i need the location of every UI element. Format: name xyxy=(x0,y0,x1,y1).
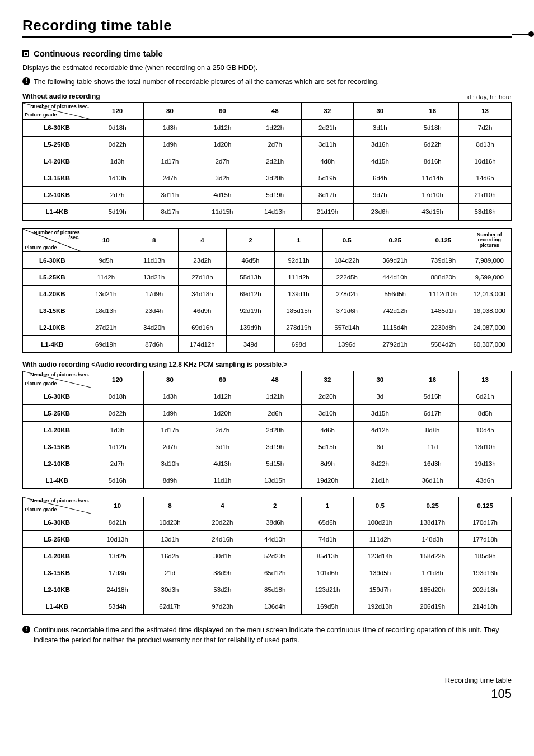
table-cell: 87d6h xyxy=(130,336,178,353)
table-cell: 1485d1h xyxy=(419,302,467,319)
table-cell: 65d6h xyxy=(301,514,354,531)
col-header: 16 xyxy=(406,102,459,119)
table-cell: 27d21h xyxy=(82,319,130,336)
table-cell: 23d2h xyxy=(178,252,226,269)
table-cell: 2d7h xyxy=(249,136,301,153)
table-cell: 19d20h xyxy=(301,472,354,489)
row-header: L6-30KB xyxy=(23,119,91,136)
table-cell: 123d21h xyxy=(301,581,354,598)
table-cell: 111d2h xyxy=(354,531,406,548)
table-cell: 10d16h xyxy=(459,153,512,170)
table-cell: 5d16h xyxy=(91,472,144,489)
table-cell: 34d20h xyxy=(130,319,178,336)
diagonal-header: Number of pictures /sec.Picture grade xyxy=(23,371,91,388)
table-cell: 185d20h xyxy=(406,581,459,598)
table-cell: 193d16h xyxy=(459,564,512,581)
col-header: 30 xyxy=(354,371,406,388)
table-cell: 14d13h xyxy=(249,203,301,220)
section-title: Continuous recording time table xyxy=(34,49,163,58)
table-cell: 1d12h xyxy=(91,438,144,455)
table-cell: 97d23h xyxy=(196,598,249,615)
table-cell: 100d21h xyxy=(354,514,406,531)
table-cell-extra: 12,013,000 xyxy=(467,286,512,302)
table-cell: 6d21h xyxy=(459,388,512,405)
row-header: L5-25KB xyxy=(23,269,82,286)
table-cell: 3d20h xyxy=(249,170,301,186)
table-cell: 21d1h xyxy=(354,472,406,489)
table-cell: 185d15h xyxy=(275,302,323,319)
col-header: 13 xyxy=(459,371,512,388)
col-header: 32 xyxy=(301,102,354,119)
table-cell: 3d1h xyxy=(354,119,406,136)
table-cell: 2d7h xyxy=(144,170,196,186)
diagonal-header: Number of pictures /sec.Picture grade xyxy=(23,497,91,514)
col-header: 4 xyxy=(196,497,249,514)
col-header: 13 xyxy=(459,102,512,119)
table-cell: 1d20h xyxy=(196,136,249,153)
table-cell-extra: 9,599,000 xyxy=(467,269,512,286)
table-cell: 92d11h xyxy=(275,252,323,269)
table-cell: 17d10h xyxy=(406,186,459,203)
table-cell: 55d13h xyxy=(226,269,274,286)
table-cell: 185d9h xyxy=(459,548,512,564)
table-cell: 174d12h xyxy=(178,336,226,353)
table-cell: 16d3h xyxy=(406,455,459,472)
table-cell: 1d3h xyxy=(91,422,144,438)
row-header: L6-30KB xyxy=(23,514,91,531)
col-header-extra: Number of recording pictures xyxy=(467,228,512,251)
table-cell: 6d4h xyxy=(354,170,406,186)
page-number: 105 xyxy=(22,687,512,701)
table-cell: 20d22h xyxy=(196,514,249,531)
table-cell: 1d20h xyxy=(196,405,249,422)
table-caption-1: Without audio recording xyxy=(22,92,100,100)
row-header: L6-30KB xyxy=(23,388,91,405)
table-cell: 278d19h xyxy=(275,319,323,336)
table-cell: 4d6h xyxy=(301,422,354,438)
table-cell: 1d13h xyxy=(91,170,144,186)
table-cell: 11d13h xyxy=(130,252,178,269)
table-cell: 2d21h xyxy=(249,153,301,170)
table-cell: 158d22h xyxy=(406,548,459,564)
table-cell: 222d5h xyxy=(323,269,371,286)
col-header: 60 xyxy=(196,371,249,388)
table-cell: 139d9h xyxy=(226,319,274,336)
table-cell: 5d19h xyxy=(91,203,144,220)
table-cell: 46d5h xyxy=(226,252,274,269)
col-header: 0.5 xyxy=(323,228,371,251)
table-cell: 24d18h xyxy=(91,581,144,598)
table-row: L6-30KB9d5h11d13h23d2h46d5h92d11h184d22h… xyxy=(23,252,512,269)
table-cell: 52d23h xyxy=(249,548,301,564)
table-row: L4-20KB1d3h1d17h2d7h2d20h4d6h4d12h8d8h10… xyxy=(23,422,512,438)
row-header: L4-20KB xyxy=(23,548,91,564)
table-cell: 53d4h xyxy=(91,598,144,615)
table-cell: 11d2h xyxy=(82,269,130,286)
table-cell: 6d xyxy=(354,438,406,455)
row-header: L1-4KB xyxy=(23,598,91,615)
table-cell: 184d22h xyxy=(323,252,371,269)
table-cell: 1396d xyxy=(323,336,371,353)
row-header: L5-25KB xyxy=(23,405,91,422)
col-header: 8 xyxy=(144,497,196,514)
table-cell: 0d22h xyxy=(91,405,144,422)
table-cell: 2792d1h xyxy=(371,336,419,353)
table-row: L2-10KB27d21h34d20h69d16h139d9h278d19h55… xyxy=(23,319,512,336)
table-row: L2-10KB24d18h30d3h53d2h85d18h123d21h159d… xyxy=(23,581,512,598)
table-row: L3-15KB18d13h23d4h46d9h92d19h185d15h371d… xyxy=(23,302,512,319)
col-header: 48 xyxy=(249,371,301,388)
row-header: L4-20KB xyxy=(23,153,91,170)
note-text-1: The following table shows the total numb… xyxy=(34,77,379,87)
table-cell: 11d xyxy=(406,438,459,455)
corner-decoration xyxy=(512,34,534,35)
table-cell: 6d17h xyxy=(406,405,459,422)
table-cell: 3d11h xyxy=(144,186,196,203)
table-cell: 3d xyxy=(354,388,406,405)
col-header: 2 xyxy=(226,228,274,251)
table-cell: 206d19h xyxy=(406,598,459,615)
col-header: 0.25 xyxy=(371,228,419,251)
row-header: L4-20KB xyxy=(23,422,91,438)
col-header: 0.5 xyxy=(354,497,406,514)
table-cell: 171d8h xyxy=(406,564,459,581)
col-header: 32 xyxy=(301,371,354,388)
section-marker-icon xyxy=(22,50,29,57)
table-cell: 34d18h xyxy=(178,286,226,302)
